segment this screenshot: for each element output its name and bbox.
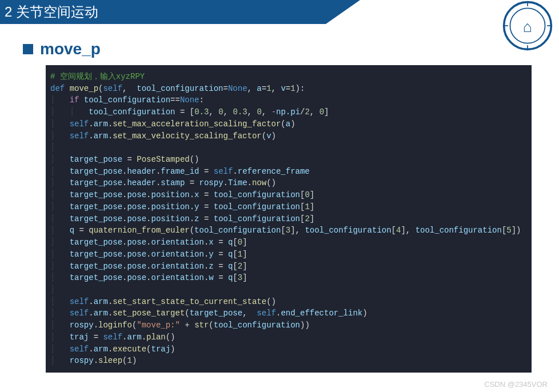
section-title-text: move_p xyxy=(40,40,101,58)
logo-icon: ⌂ xyxy=(502,0,553,51)
watermark-text: CSDN @2345VOR xyxy=(484,380,548,389)
square-bullet-icon xyxy=(23,44,33,54)
slide-header-text: 2 关节空间运动 xyxy=(5,3,98,21)
code-block: # 空间规划，输入xyzRPY def move_p(self, tool_co… xyxy=(46,65,532,373)
kw-def: def xyxy=(50,84,65,93)
svg-text:⌂: ⌂ xyxy=(523,18,532,35)
slide-header: 2 关节空间运动 xyxy=(0,0,326,24)
code-comment: # 空间规划，输入xyzRPY xyxy=(50,72,145,81)
university-logo: ⌂ xyxy=(502,0,553,51)
section-heading: move_p xyxy=(23,40,559,58)
fn-name: move_p xyxy=(70,84,98,93)
